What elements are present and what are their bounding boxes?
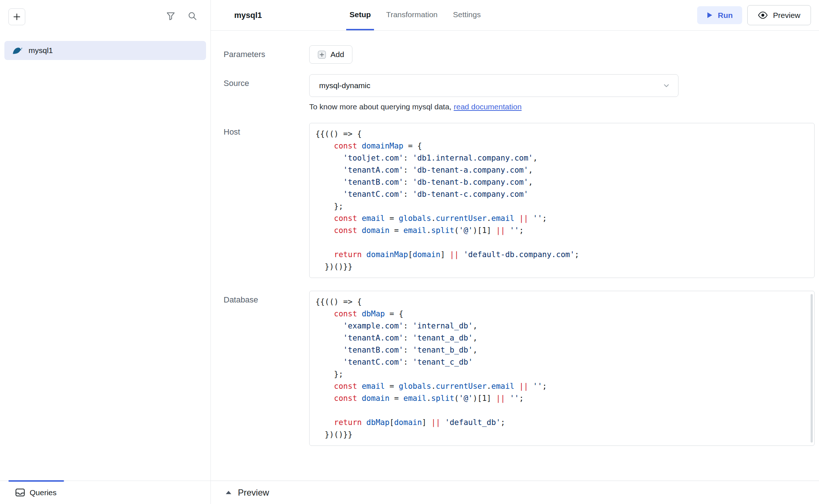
query-header: mysql1 Setup Transformation Settings Ru <box>211 0 819 31</box>
queries-tab-label: Queries <box>30 488 57 497</box>
chevron-down-icon <box>662 81 671 90</box>
source-label: Source <box>224 74 309 88</box>
search-button[interactable] <box>187 11 197 21</box>
bottom-panel-tabs: Queries <box>0 481 210 504</box>
editor-scrollbar[interactable] <box>811 294 813 443</box>
preview-panel-label: Preview <box>238 488 269 498</box>
run-button-label: Run <box>718 11 733 20</box>
tab-setup[interactable]: Setup <box>346 0 374 30</box>
sidebar-toolbar <box>0 0 210 41</box>
tab-settings[interactable]: Settings <box>450 0 484 30</box>
source-field: mysql-dynamic To know more about queryin… <box>309 74 678 111</box>
plus-square-icon <box>318 50 326 59</box>
database-row: Database {{(() => { const dbMap = { 'exa… <box>224 291 815 446</box>
active-tab-indicator <box>8 480 64 482</box>
filter-button[interactable] <box>166 11 176 21</box>
query-list-sidebar: mysql1 Queries <box>0 0 211 504</box>
add-parameter-button[interactable]: Add <box>309 45 352 64</box>
database-code[interactable]: {{(() => { const dbMap = { 'example.com'… <box>315 296 808 441</box>
source-help-text: To know more about querying mysql data,r… <box>309 102 678 111</box>
query-list-item-mysql1[interactable]: mysql1 <box>4 41 206 60</box>
run-button[interactable]: Run <box>697 6 742 24</box>
source-help-plain: To know more about querying mysql data, <box>309 102 452 111</box>
host-code[interactable]: {{(() => { const domainMap = { 'tooljet.… <box>315 128 808 273</box>
tab-setup-label: Setup <box>349 10 371 19</box>
plus-icon <box>12 12 21 21</box>
preview-button[interactable]: Preview <box>747 5 811 25</box>
query-title: mysql1 <box>234 11 262 20</box>
database-label: Database <box>224 291 309 305</box>
tab-settings-label: Settings <box>453 10 481 19</box>
header-actions: Run Preview <box>697 5 811 25</box>
filter-icon <box>166 11 176 21</box>
source-select-value: mysql-dynamic <box>319 81 370 90</box>
database-code-editor[interactable]: {{(() => { const dbMap = { 'example.com'… <box>309 291 815 446</box>
host-code-editor[interactable]: {{(() => { const domainMap = { 'tooljet.… <box>309 123 815 278</box>
read-documentation-link[interactable]: read documentation <box>454 102 522 111</box>
preview-button-label: Preview <box>773 11 800 20</box>
tab-transformation-label: Transformation <box>386 10 437 19</box>
parameters-label: Parameters <box>224 50 309 59</box>
inbox-icon <box>15 488 25 497</box>
add-parameter-label: Add <box>330 50 344 59</box>
play-icon <box>707 12 713 19</box>
host-field: {{(() => { const domainMap = { 'tooljet.… <box>309 123 815 278</box>
new-query-button[interactable] <box>8 8 25 25</box>
query-detail-panel: mysql1 Setup Transformation Settings Ru <box>211 0 819 504</box>
sidebar-toolbar-icons <box>166 11 197 21</box>
eye-icon <box>758 11 768 19</box>
host-row: Host {{(() => { const domainMap = { 'too… <box>224 123 815 278</box>
query-editor-page: mysql1 Queries mysql1 Setup Transforma <box>0 0 819 504</box>
query-item-label: mysql1 <box>29 46 53 55</box>
caret-up-icon <box>225 490 232 494</box>
source-row: Source mysql-dynamic To know more about … <box>224 74 815 111</box>
setup-form: Parameters Add Source mysql-dy <box>211 31 819 471</box>
search-icon <box>187 11 197 21</box>
query-tabs: Setup Transformation Settings <box>346 0 484 30</box>
mysql-dolphin-icon <box>12 45 23 56</box>
tab-queries[interactable]: Queries <box>0 481 210 504</box>
parameters-row: Parameters Add <box>224 45 815 64</box>
source-select[interactable]: mysql-dynamic <box>309 74 678 97</box>
parameters-field: Add <box>309 45 352 64</box>
host-label: Host <box>224 123 309 137</box>
database-field: {{(() => { const dbMap = { 'example.com'… <box>309 291 815 446</box>
preview-panel-header[interactable]: Preview <box>211 481 819 504</box>
tab-transformation[interactable]: Transformation <box>383 0 441 30</box>
